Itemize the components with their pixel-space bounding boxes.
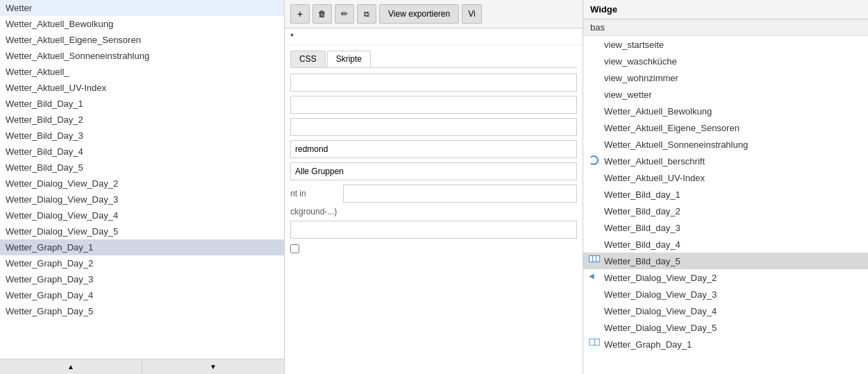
right-list-item[interactable]: Wetter_Graph_Day_1 xyxy=(583,336,868,352)
left-list-item[interactable]: Wetter_Dialog_View_Day_3 xyxy=(0,192,284,207)
list-icon xyxy=(589,239,600,250)
left-list-item[interactable]: Wetter_Aktuell_UV-Index xyxy=(0,80,284,96)
right-list-item[interactable]: Wetter_Bild_day_2 xyxy=(583,203,868,219)
list-icon xyxy=(589,105,600,117)
right-list-item[interactable]: view_waschküche xyxy=(583,53,868,69)
right-list-item[interactable]: ◀Wetter_Dialog_View_Day_2 xyxy=(583,269,868,286)
tab-css[interactable]: CSS xyxy=(290,51,326,67)
right-list-item[interactable]: Wetter_Bild_day_3 xyxy=(583,219,868,236)
list-icon xyxy=(589,205,600,216)
left-panel: WetterWetter_Aktuell_BewolkungWetter_Akt… xyxy=(0,0,285,374)
right-list-item[interactable]: Wetter_Bild_day_4 xyxy=(583,236,868,253)
star-label: * xyxy=(290,31,294,42)
right-list-item-label: Wetter_Dialog_View_Day_5 xyxy=(604,323,717,333)
left-list-item[interactable]: Wetter_Graph_Day_2 xyxy=(0,255,284,271)
delete-btn[interactable]: 🗑 xyxy=(312,4,332,24)
left-list-item[interactable]: Wetter_Bild_Day_3 xyxy=(0,128,284,144)
left-list-item[interactable]: Wetter_Aktuell_Eigene_Sensoren xyxy=(0,32,284,48)
scroll-up-btn[interactable]: ▲ xyxy=(0,359,142,374)
add-btn[interactable]: + xyxy=(290,4,310,24)
right-list-item-label: Wetter_Dialog_View_Day_4 xyxy=(604,306,717,316)
edit-btn[interactable]: ✏ xyxy=(335,4,354,24)
field-row-gruppen xyxy=(290,162,577,180)
list-icon xyxy=(589,72,600,83)
right-list-item[interactable]: Wetter_Bild_day_5 xyxy=(583,253,868,269)
left-list-item[interactable]: Wetter_Bild_Day_4 xyxy=(0,144,284,160)
label-nt: nt in xyxy=(290,189,339,198)
star-row: * xyxy=(285,28,583,45)
view-partial-btn[interactable]: Vi xyxy=(462,4,481,24)
left-list-item[interactable]: Wetter_Aktuell_ xyxy=(0,64,284,80)
list-icon xyxy=(589,122,600,133)
right-list-item[interactable]: Wetter_Bild_day_1 xyxy=(583,186,868,203)
list-icon xyxy=(589,139,600,150)
right-list-item[interactable]: Wetter_Aktuell_Bewolkung xyxy=(583,103,868,119)
middle-content: CSS Skripte nt in ckground-...) xyxy=(285,45,583,374)
right-list-item[interactable]: Wetter_Dialog_View_Day_4 xyxy=(583,303,868,319)
list-icon xyxy=(589,305,600,316)
right-list-item-label: Wetter_Aktuell_Eigene_Sensoren xyxy=(604,123,740,133)
right-list: basview_startseiteview_waschkücheview_wo… xyxy=(583,19,868,374)
left-list-item[interactable]: Wetter_Bild_Day_2 xyxy=(0,112,284,128)
list-icon xyxy=(589,289,600,300)
left-list-item[interactable]: Wetter_Dialog_View_Day_5 xyxy=(0,223,284,239)
field-nt[interactable] xyxy=(343,185,577,203)
left-list-item[interactable]: Wetter_Graph_Day_3 xyxy=(0,271,284,287)
left-list-item[interactable]: Wetter_Bild_Day_1 xyxy=(0,96,284,112)
list-icon xyxy=(589,172,600,183)
right-panel: Widge basview_startseiteview_waschküchev… xyxy=(583,0,868,374)
tab-bar: CSS Skripte xyxy=(290,51,577,68)
right-list-item-label: Wetter_Bild_day_5 xyxy=(604,256,681,266)
scroll-down-btn[interactable]: ▼ xyxy=(142,359,284,374)
left-list-item[interactable]: Wetter_Dialog_View_Day_4 xyxy=(0,207,284,223)
right-list-item-label: Wetter_Bild_day_4 xyxy=(604,239,681,250)
right-list-item[interactable]: view_wetter xyxy=(583,86,868,103)
checkbox-1[interactable] xyxy=(290,244,299,253)
left-list-item[interactable]: Wetter_Graph_Day_1 xyxy=(0,239,284,255)
field-5[interactable] xyxy=(290,221,577,239)
list-icon xyxy=(589,222,600,233)
field-gruppen[interactable] xyxy=(290,162,577,180)
right-list-item-label: Wetter_Aktuell_Bewolkung xyxy=(604,106,712,117)
right-list-item[interactable]: Wetter_Aktuell_berschrift xyxy=(583,153,868,169)
left-list-item[interactable]: Wetter xyxy=(0,0,284,16)
field-row-2 xyxy=(290,96,577,114)
right-list-item-label: view_startseite xyxy=(604,40,664,50)
field-redmond[interactable] xyxy=(290,140,577,158)
right-list-item[interactable]: Wetter_Aktuell_Sonneneinstrahlung xyxy=(583,136,868,153)
left-list-item[interactable]: Wetter_Aktuell_Sonneneinstrahlung xyxy=(0,48,284,64)
left-list-item[interactable]: Wetter_Aktuell_Bewolkung xyxy=(0,16,284,32)
field-row-3 xyxy=(290,118,577,136)
right-list-item[interactable]: view_startseite xyxy=(583,36,868,53)
list-icon xyxy=(589,189,600,200)
right-list-item[interactable]: Wetter_Dialog_View_Day_3 xyxy=(583,286,868,303)
copy-btn[interactable]: ⧉ xyxy=(357,4,376,24)
right-list-item-label: view_wohnzimmer xyxy=(604,73,678,83)
right-list-item-label: Wetter_Graph_Day_1 xyxy=(604,339,692,350)
tab-skripte[interactable]: Skripte xyxy=(327,51,371,67)
field-row-nt: nt in xyxy=(290,185,577,203)
list-icon xyxy=(589,39,600,50)
field-3[interactable] xyxy=(290,118,577,136)
toolbar: + 🗑 ✏ ⧉ View exportieren Vi xyxy=(285,0,583,28)
right-list-item-label: Wetter_Bild_day_1 xyxy=(604,189,681,200)
left-list-item[interactable]: Wetter_Graph_Day_4 xyxy=(0,287,284,303)
right-list-item-label: Wetter_Bild_day_2 xyxy=(604,206,681,216)
right-list-item-label: view_waschküche xyxy=(604,56,677,67)
field-1[interactable] xyxy=(290,74,577,92)
field-row-5 xyxy=(290,221,577,239)
left-list-item[interactable]: Wetter_Bild_Day_5 xyxy=(0,160,284,176)
left-list-item[interactable]: Wetter_Dialog_View_Day_2 xyxy=(0,176,284,192)
label-bg: ckground-...) xyxy=(290,207,339,216)
right-list-item[interactable]: Wetter_Dialog_View_Day_5 xyxy=(583,319,868,336)
field-2[interactable] xyxy=(290,96,577,114)
export-btn[interactable]: View exportieren xyxy=(379,4,459,24)
right-list-item[interactable]: Wetter_Aktuell_Eigene_Sensoren xyxy=(583,119,868,136)
right-list-item[interactable]: Wetter_Aktuell_UV-Index xyxy=(583,169,868,186)
checkbox-row xyxy=(290,244,577,253)
field-row-bg: ckground-...) xyxy=(290,207,577,216)
left-scroll-buttons: ▲ ▼ xyxy=(0,359,284,374)
left-list: WetterWetter_Aktuell_BewolkungWetter_Akt… xyxy=(0,0,284,359)
right-list-item[interactable]: view_wohnzimmer xyxy=(583,69,868,86)
left-list-item[interactable]: Wetter_Graph_Day_5 xyxy=(0,303,284,319)
